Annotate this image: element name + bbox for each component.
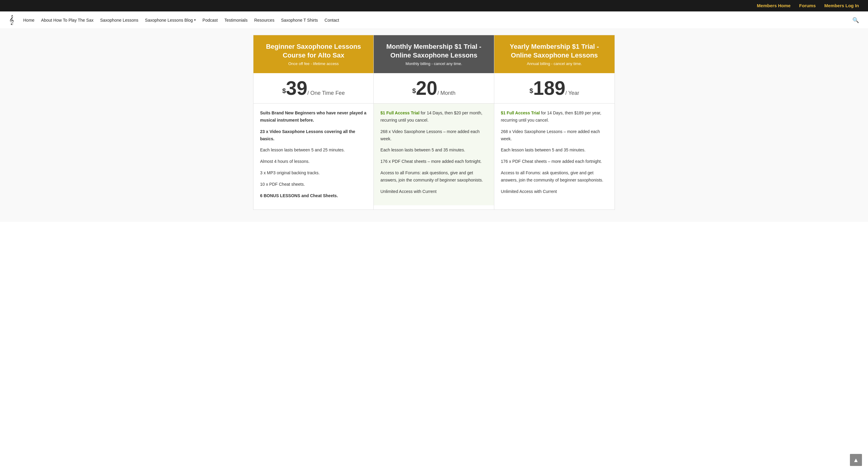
monthly-dollar: $ (412, 87, 416, 95)
monthly-pdf-text: 176 x PDF Cheat sheets – more added each… (380, 158, 487, 165)
nav-blog-label[interactable]: Saxophone Lessons Blog (145, 18, 193, 23)
yearly-pdf-text: 176 x PDF Cheat sheets – more added each… (501, 158, 608, 165)
monthly-videos-text: 268 x Video Saxophone Lessons – more add… (380, 128, 487, 143)
yearly-unlimited-text: Unlimited Access with Current (501, 188, 608, 195)
monthly-title: Monthly Membership $1 Trial - Online Sax… (380, 42, 488, 60)
monthly-unlimited-text: Unlimited Access with Current (380, 188, 487, 195)
nav-about[interactable]: About How To Play The Sax (41, 18, 93, 23)
beginner-dollar: $ (282, 87, 286, 95)
yearly-title: Yearly Membership $1 Trial - Online Saxo… (500, 42, 609, 60)
yearly-price-box: $189/ Year (494, 73, 615, 104)
yearly-trial-text: $1 Full Access Trial for 14 Days, then $… (501, 109, 608, 124)
beginner-cheatsheets-text: 10 x PDF Cheat sheets. (260, 181, 367, 188)
beginner-content: Suits Brand New Beginners who have never… (253, 104, 373, 209)
top-bar: Members Home Forums Members Log In (0, 0, 868, 11)
monthly-duration-text: Each lesson lasts between 5 and 35 minut… (380, 146, 487, 154)
yearly-subtitle: Annual billing - cancel any time. (500, 61, 609, 66)
beginner-tracks-text: 3 x MP3 original backing tracks. (260, 169, 367, 177)
beginner-period: / One Time Fee (307, 90, 345, 96)
beginner-amount: 39 (286, 77, 307, 99)
forums-link[interactable]: Forums (799, 3, 816, 8)
nav-links: Home About How To Play The Sax Saxophone… (23, 18, 852, 23)
monthly-content: $1 Full Access Trial for 14 Days, then $… (374, 104, 494, 205)
nav-home[interactable]: Home (23, 18, 34, 23)
yearly-header: Yearly Membership $1 Trial - Online Saxo… (494, 35, 615, 73)
beginner-lessons-text: 23 x Video Saxophone Lessons covering al… (260, 128, 367, 143)
beginner-course-header: Beginner Saxophone Lessons Course for Al… (253, 35, 373, 73)
nav-tshirts[interactable]: Saxophone T Shirts (281, 18, 318, 23)
beginner-course-title: Beginner Saxophone Lessons Course for Al… (259, 42, 367, 60)
yearly-dollar: $ (530, 87, 533, 95)
nav-blog-dropdown[interactable]: Saxophone Lessons Blog ▾ (145, 18, 196, 23)
beginner-suits-text: Suits Brand New Beginners who have never… (260, 109, 367, 124)
monthly-price-box: $20/ Month (374, 73, 494, 104)
nav-lessons[interactable]: Saxophone Lessons (100, 18, 138, 23)
monthly-membership-column: Monthly Membership $1 Trial - Online Sax… (374, 35, 494, 209)
monthly-header: Monthly Membership $1 Trial - Online Sax… (374, 35, 494, 73)
beginner-duration-text: Each lesson lasts between 5 and 25 minut… (260, 146, 367, 154)
monthly-trial-highlight: $1 Full Access Trial (380, 110, 419, 115)
yearly-videos-text: 268 x Video Saxophone Lessons – more add… (501, 128, 608, 143)
nav-podcast[interactable]: Podcast (203, 18, 218, 23)
yearly-membership-column: Yearly Membership $1 Trial - Online Saxo… (494, 35, 615, 209)
monthly-subtitle: Monthly billing - cancel any time. (380, 61, 488, 66)
nav-testimonials[interactable]: Testimonials (224, 18, 247, 23)
search-icon[interactable]: 🔍 (852, 17, 859, 24)
beginner-price-box: $39/ One Time Fee (253, 73, 373, 104)
pricing-section: Beginner Saxophone Lessons Course for Al… (0, 29, 868, 222)
monthly-forums-text: Access to all Forums: ask questions, giv… (380, 169, 487, 184)
site-logo[interactable]: 𝄞 (9, 15, 14, 25)
yearly-content: $1 Full Access Trial for 14 Days, then $… (494, 104, 615, 205)
yearly-amount: 189 (533, 77, 565, 99)
nav-resources[interactable]: Resources (254, 18, 274, 23)
yearly-duration-text: Each lesson lasts between 5 and 35 minut… (501, 146, 608, 154)
monthly-amount: 20 (416, 77, 437, 99)
pricing-grid: Beginner Saxophone Lessons Course for Al… (253, 35, 615, 210)
monthly-trial-text: $1 Full Access Trial for 14 Days, then $… (380, 109, 487, 124)
members-home-link[interactable]: Members Home (757, 3, 790, 8)
main-nav: 𝄞 Home About How To Play The Sax Saxopho… (0, 11, 868, 29)
beginner-bonus-text: 6 BONUS LESSONS and Cheat Sheets. (260, 192, 367, 200)
members-login-link[interactable]: Members Log In (824, 3, 859, 8)
beginner-course-column: Beginner Saxophone Lessons Course for Al… (253, 35, 374, 209)
chevron-down-icon: ▾ (194, 18, 196, 22)
nav-contact[interactable]: Contact (324, 18, 339, 23)
beginner-hours-text: Almost 4 hours of lessons. (260, 158, 367, 165)
yearly-trial-highlight: $1 Full Access Trial (501, 110, 540, 115)
yearly-forums-text: Access to all Forums: ask questions, giv… (501, 169, 608, 184)
yearly-period: / Year (565, 90, 579, 96)
beginner-course-subtitle: Once off fee - lifetime access (259, 61, 367, 66)
monthly-period: / Month (437, 90, 456, 96)
